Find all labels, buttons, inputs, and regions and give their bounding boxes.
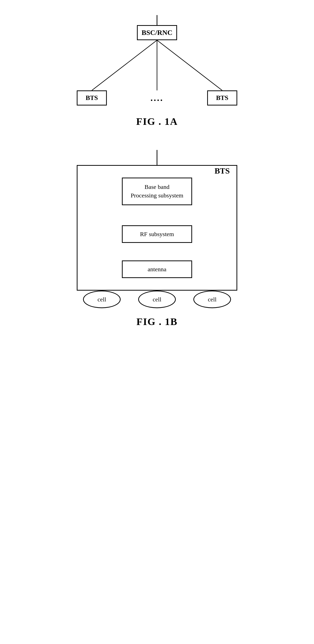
fig1a-diagram: BSC/RNC BTS .... BTS — [69, 15, 245, 111]
fig1a-label: FIG . 1A — [136, 116, 178, 127]
cells-row: cell cell cell — [69, 291, 245, 308]
baseband-line2: Processing subsystem — [131, 191, 183, 200]
bts-box-1: BTS — [77, 90, 107, 105]
cell3-label: cell — [208, 296, 217, 303]
cell-2: cell — [138, 291, 176, 308]
cell-1: cell — [83, 291, 121, 308]
bts1-label: BTS — [86, 94, 98, 102]
baseband-line1: Base band — [131, 183, 183, 191]
cell-3: cell — [193, 291, 231, 308]
baseband-text: Base band Processing subsystem — [131, 183, 183, 200]
antenna-box: antenna — [122, 260, 192, 278]
bsc-rnc-label: BSC/RNC — [142, 29, 173, 37]
baseband-box: Base band Processing subsystem — [122, 178, 192, 205]
bsc-rnc-box: BSC/RNC — [137, 25, 177, 40]
bts-label: BTS — [215, 166, 230, 176]
bts-box-3: BTS — [207, 90, 237, 105]
fig1b-section: BTS Base band Processing subsystem RF su… — [0, 150, 314, 340]
bts-row: BTS .... BTS — [69, 90, 245, 105]
cell2-label: cell — [153, 296, 162, 303]
svg-line-1 — [92, 40, 157, 90]
rf-label: RF subsystem — [140, 231, 174, 238]
bts3-label: BTS — [216, 94, 228, 102]
rf-subsystem-box: RF subsystem — [122, 225, 192, 243]
svg-line-3 — [157, 40, 222, 90]
dots-label: .... — [150, 93, 164, 103]
cell1-label: cell — [98, 296, 106, 303]
fig1a-section: BSC/RNC BTS .... BTS FIG . 1A — [0, 0, 314, 140]
antenna-label: antenna — [148, 266, 167, 273]
fig1b-diagram: BTS Base band Processing subsystem RF su… — [69, 150, 245, 311]
page: BSC/RNC BTS .... BTS FIG . 1A — [0, 0, 314, 644]
fig1b-label: FIG . 1B — [136, 316, 178, 328]
